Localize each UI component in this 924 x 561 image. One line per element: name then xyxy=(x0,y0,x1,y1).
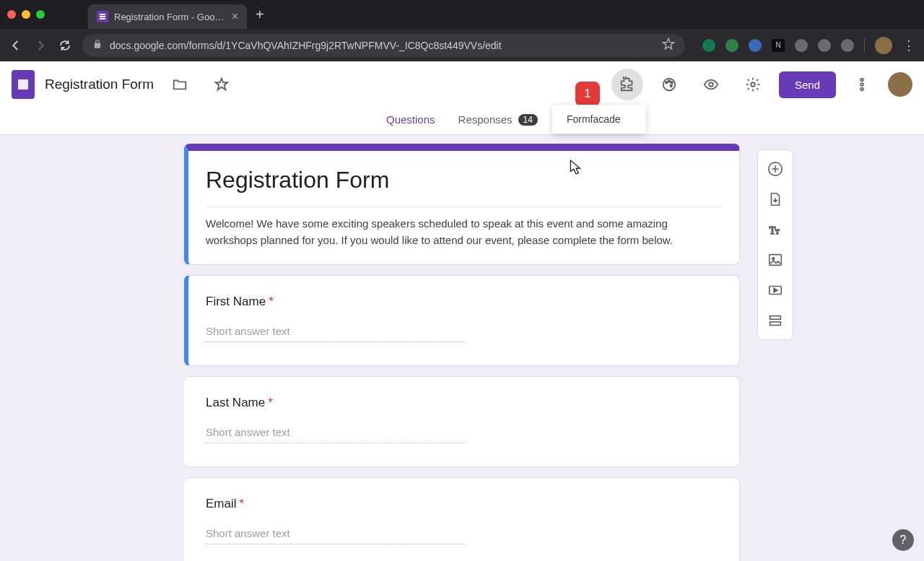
extension-icon[interactable] xyxy=(702,39,715,52)
question-label[interactable]: Email* xyxy=(206,497,722,511)
browser-tab[interactable]: Registration Form - Google Fo × xyxy=(88,4,247,29)
svg-point-5 xyxy=(668,80,671,82)
form-canvas: Registration Form Welcome! We have some … xyxy=(0,135,924,561)
add-image-button[interactable] xyxy=(762,247,788,273)
question-card[interactable]: Email* Short answer text xyxy=(184,477,740,561)
extension-icon[interactable] xyxy=(749,39,762,52)
question-card[interactable]: Last Name* Short answer text xyxy=(184,376,740,467)
window-controls xyxy=(7,10,45,19)
tab-questions[interactable]: Questions xyxy=(386,108,435,137)
required-asterisk: * xyxy=(240,497,245,510)
svg-point-12 xyxy=(860,88,863,91)
forward-button[interactable] xyxy=(33,38,48,53)
form-description-text[interactable]: Welcome! We have some exciting speakers … xyxy=(206,206,722,248)
svg-point-4 xyxy=(666,82,668,84)
svg-point-9 xyxy=(751,82,755,87)
svg-rect-0 xyxy=(100,14,105,15)
minimize-window-button[interactable] xyxy=(22,10,30,19)
question-label-text: First Name xyxy=(206,295,266,308)
question-toolbar: TT xyxy=(757,149,793,340)
add-video-button[interactable] xyxy=(762,277,788,303)
new-tab-button[interactable]: + xyxy=(256,6,264,23)
svg-rect-1 xyxy=(100,16,105,17)
responses-count-badge: 14 xyxy=(518,114,538,126)
svg-rect-2 xyxy=(100,18,105,19)
tab-questions-label: Questions xyxy=(386,113,435,126)
add-question-button[interactable] xyxy=(762,156,788,182)
question-label[interactable]: First Name* xyxy=(206,295,722,309)
addons-button[interactable]: 1 Formfacade xyxy=(611,69,643,100)
required-asterisk: * xyxy=(269,295,274,308)
maximize-window-button[interactable] xyxy=(36,10,45,19)
lock-icon xyxy=(92,39,103,51)
form-title-card[interactable]: Registration Form Welcome! We have some … xyxy=(184,144,740,265)
addon-menu-item-formfacade[interactable]: Formfacade xyxy=(567,113,632,125)
form-container: Registration Form Welcome! We have some … xyxy=(184,144,740,561)
help-button[interactable]: ? xyxy=(892,529,914,551)
tab-title: Registration Form - Google Fo xyxy=(114,12,226,22)
question-label-text: Email xyxy=(206,497,237,510)
browser-chrome: Registration Form - Google Fo × + docs.g… xyxy=(0,0,924,61)
chrome-profile-avatar[interactable] xyxy=(875,37,892,54)
question-label-text: Last Name xyxy=(206,396,265,409)
close-window-button[interactable] xyxy=(7,10,16,19)
extension-icon[interactable] xyxy=(841,39,854,52)
extension-icon[interactable] xyxy=(818,39,831,52)
addons-dropdown: Formfacade xyxy=(552,105,646,134)
tab-responses-label: Responses xyxy=(458,113,513,126)
close-tab-button[interactable]: × xyxy=(232,10,238,23)
question-label[interactable]: Last Name* xyxy=(206,396,722,410)
customize-theme-button[interactable] xyxy=(653,69,685,100)
add-title-button[interactable]: TT xyxy=(762,217,788,243)
form-file-title[interactable]: Registration Form xyxy=(45,77,154,92)
svg-point-17 xyxy=(772,258,775,260)
import-questions-button[interactable] xyxy=(762,186,788,212)
url-text: docs.google.com/forms/d/1YCaVhQVAhIZHFrg… xyxy=(110,40,655,51)
step-badge: 1 xyxy=(575,82,600,106)
more-button[interactable] xyxy=(846,69,878,100)
preview-button[interactable] xyxy=(695,69,727,100)
toolbar: docs.google.com/forms/d/1YCaVhQVAhIZHFrg… xyxy=(0,29,924,61)
svg-text:T: T xyxy=(775,228,780,235)
svg-point-10 xyxy=(860,79,863,82)
short-answer-placeholder: Short answer text xyxy=(206,426,466,443)
star-button[interactable] xyxy=(206,69,237,100)
extension-icon[interactable] xyxy=(725,39,738,52)
svg-rect-19 xyxy=(770,316,781,320)
question-card[interactable]: First Name* Short answer text xyxy=(184,275,740,366)
send-button[interactable]: Send xyxy=(779,71,836,98)
svg-rect-20 xyxy=(770,322,781,326)
address-bar[interactable]: docs.google.com/forms/d/1YCaVhQVAhIZHFrg… xyxy=(82,34,685,57)
forms-logo-icon[interactable] xyxy=(12,70,35,99)
short-answer-placeholder: Short answer text xyxy=(206,325,466,342)
move-to-folder-button[interactable] xyxy=(164,69,196,100)
svg-rect-16 xyxy=(770,255,782,266)
bookmark-star-icon[interactable] xyxy=(662,38,675,53)
account-avatar[interactable] xyxy=(888,72,912,97)
svg-point-8 xyxy=(709,82,713,87)
svg-point-7 xyxy=(670,84,672,87)
tab-bar: Registration Form - Google Fo × + xyxy=(0,0,924,29)
extension-icon[interactable]: N xyxy=(772,39,785,52)
back-button[interactable] xyxy=(9,38,23,53)
settings-button[interactable] xyxy=(737,69,769,100)
svg-point-6 xyxy=(671,82,673,84)
svg-point-11 xyxy=(860,83,863,86)
extension-icon[interactable] xyxy=(795,39,808,52)
extension-icons: N ⋮ xyxy=(702,37,915,54)
reload-button[interactable] xyxy=(58,38,72,53)
app-header: Registration Form 1 Formfacade Send xyxy=(0,61,924,108)
add-section-button[interactable] xyxy=(762,308,788,334)
forms-favicon xyxy=(97,11,108,22)
tab-responses[interactable]: Responses 14 xyxy=(458,108,538,135)
required-asterisk: * xyxy=(268,396,273,409)
form-title-text[interactable]: Registration Form xyxy=(206,167,722,199)
form-tabs: Questions Responses 14 xyxy=(0,108,924,135)
short-answer-placeholder: Short answer text xyxy=(206,527,466,544)
chrome-menu-button[interactable]: ⋮ xyxy=(902,38,915,53)
